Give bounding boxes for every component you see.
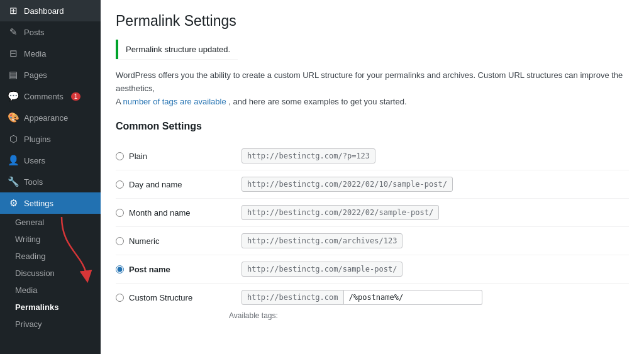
sidebar-item-appearance[interactable]: 🎨 Appearance xyxy=(0,107,101,128)
url-day-name: http://bestinctg.com/2022/02/10/sample-p… xyxy=(242,177,453,192)
option-month-name: Month and name http://bestinctg.com/2022… xyxy=(116,199,629,227)
submenu-general[interactable]: General xyxy=(0,214,101,231)
custom-base-url: http://bestinctg.com xyxy=(242,290,344,305)
media-icon: ⊟ xyxy=(8,48,19,59)
sidebar-label-settings: Settings xyxy=(24,199,53,208)
submenu-permalinks[interactable]: Permalinks xyxy=(0,299,101,316)
label-day-name[interactable]: Day and name xyxy=(129,180,182,189)
section-title: Common Settings xyxy=(116,121,629,132)
option-day-name-label: Day and name xyxy=(116,180,229,189)
submenu-writing[interactable]: Writing xyxy=(0,231,101,248)
tags-link[interactable]: number of tags are available xyxy=(123,97,226,106)
custom-structure-input-group: http://bestinctg.com xyxy=(242,290,482,305)
submenu-privacy[interactable]: Privacy xyxy=(0,316,101,333)
sidebar-item-posts[interactable]: ✎ Posts xyxy=(0,21,101,43)
settings-icon: ⚙ xyxy=(8,197,19,209)
label-plain[interactable]: Plain xyxy=(129,152,147,161)
pages-icon: ▤ xyxy=(8,69,19,80)
comments-badge: 1 xyxy=(71,92,81,101)
option-plain: Plain http://bestinctg.com/?p=123 xyxy=(116,142,629,170)
label-post-name[interactable]: Post name xyxy=(129,265,170,274)
sidebar-item-pages[interactable]: ▤ Pages xyxy=(0,64,101,86)
sidebar-label-tools: Tools xyxy=(24,177,43,187)
option-custom: Custom Structure http://bestinctg.com Av… xyxy=(116,284,629,326)
sidebar-label-posts: Posts xyxy=(24,28,45,37)
sidebar-label-plugins: Plugins xyxy=(24,135,51,144)
success-notice: Permalink structure updated. xyxy=(116,40,238,59)
dashboard-icon: ⊞ xyxy=(8,5,19,16)
radio-custom[interactable] xyxy=(116,294,124,302)
option-month-name-label: Month and name xyxy=(116,208,229,218)
sidebar-item-plugins[interactable]: ⬡ Plugins xyxy=(0,128,101,150)
sidebar-item-tools[interactable]: 🔧 Tools xyxy=(0,171,101,192)
posts-icon: ✎ xyxy=(8,26,19,38)
sidebar-item-dashboard[interactable]: ⊞ Dashboard xyxy=(0,0,101,21)
description-text-2: A xyxy=(116,97,121,106)
radio-plain[interactable] xyxy=(116,152,124,160)
sidebar-label-media: Media xyxy=(24,49,46,58)
url-month-name: http://bestinctg.com/2022/02/sample-post… xyxy=(242,205,439,220)
option-post-name: Post name http://bestinctg.com/sample-po… xyxy=(116,255,629,284)
submenu-reading[interactable]: Reading xyxy=(0,248,101,265)
settings-submenu: General Writing Reading Discussion Media… xyxy=(0,214,101,333)
sidebar-label-dashboard: Dashboard xyxy=(24,6,64,16)
url-numeric: http://bestinctg.com/archives/123 xyxy=(242,233,402,248)
url-post-name: http://bestinctg.com/sample-post/ xyxy=(242,262,402,277)
option-numeric-label: Numeric xyxy=(116,236,229,246)
submenu-discussion[interactable]: Discussion xyxy=(0,265,101,282)
description-text-1: WordPress offers you the ability to crea… xyxy=(116,70,623,93)
sidebar-label-pages: Pages xyxy=(24,70,47,80)
available-tags-label: Available tags: xyxy=(116,311,278,320)
sidebar-nav: ⊞ Dashboard ✎ Posts ⊟ Media ▤ Pages 💬 Co… xyxy=(0,0,101,333)
description-text-3: , and here are some examples to get you … xyxy=(228,97,406,106)
appearance-icon: 🎨 xyxy=(8,112,19,123)
plugins-icon: ⬡ xyxy=(8,133,19,145)
comments-icon: 💬 xyxy=(8,91,19,102)
sidebar-label-appearance: Appearance xyxy=(24,113,68,123)
option-plain-label: Plain xyxy=(116,152,229,161)
radio-month-name[interactable] xyxy=(116,209,124,217)
label-numeric[interactable]: Numeric xyxy=(129,236,159,246)
radio-day-name[interactable] xyxy=(116,180,124,189)
sidebar-item-settings[interactable]: ⚙ Settings xyxy=(0,192,101,214)
sidebar: ⊞ Dashboard ✎ Posts ⊟ Media ▤ Pages 💬 Co… xyxy=(0,0,101,354)
label-custom[interactable]: Custom Structure xyxy=(129,293,192,302)
description: WordPress offers you the ability to crea… xyxy=(116,69,629,108)
sidebar-label-users: Users xyxy=(24,156,45,165)
url-plain: http://bestinctg.com/?p=123 xyxy=(242,148,375,163)
option-numeric: Numeric http://bestinctg.com/archives/12… xyxy=(116,227,629,255)
label-month-name[interactable]: Month and name xyxy=(129,208,191,218)
sidebar-item-comments[interactable]: 💬 Comments 1 xyxy=(0,86,101,107)
permalink-options: Plain http://bestinctg.com/?p=123 Day an… xyxy=(116,142,629,326)
users-icon: 👤 xyxy=(8,155,19,166)
submenu-media[interactable]: Media xyxy=(0,282,101,299)
sidebar-label-comments: Comments xyxy=(24,92,64,101)
radio-numeric[interactable] xyxy=(116,237,124,245)
page-title: Permalink Settings xyxy=(116,13,629,30)
main-content: Permalink Settings Permalink structure u… xyxy=(101,0,644,354)
radio-post-name[interactable] xyxy=(116,265,124,274)
option-custom-label: Custom Structure xyxy=(116,293,229,302)
option-post-name-label: Post name xyxy=(116,265,229,274)
option-day-name: Day and name http://bestinctg.com/2022/0… xyxy=(116,170,629,199)
notice-text: Permalink structure updated. xyxy=(126,45,230,54)
tools-icon: 🔧 xyxy=(8,176,19,187)
sidebar-item-media[interactable]: ⊟ Media xyxy=(0,43,101,64)
sidebar-item-users[interactable]: 👤 Users xyxy=(0,150,101,171)
custom-structure-input[interactable] xyxy=(344,290,482,305)
